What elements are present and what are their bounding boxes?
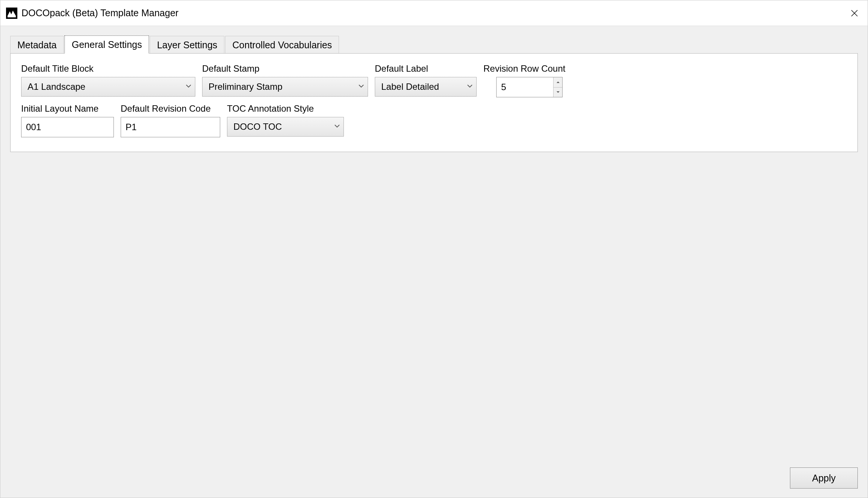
tabstrip: Metadata General Settings Layer Settings… bbox=[10, 35, 858, 53]
toc-annotation-style-dropdown[interactable]: DOCO TOC bbox=[227, 117, 344, 137]
default-revision-code-input[interactable] bbox=[121, 117, 220, 137]
chevron-down-icon bbox=[556, 91, 560, 93]
default-revision-code-label: Default Revision Code bbox=[121, 103, 220, 114]
default-title-block-label: Default Title Block bbox=[21, 63, 195, 74]
chevron-down-icon bbox=[334, 124, 340, 128]
initial-layout-name-label: Initial Layout Name bbox=[21, 103, 114, 114]
default-label-label: Default Label bbox=[375, 63, 477, 74]
revision-row-count-label: Revision Row Count bbox=[483, 63, 565, 74]
chevron-down-icon bbox=[467, 84, 472, 88]
initial-layout-name-input[interactable] bbox=[21, 117, 114, 137]
svg-rect-1 bbox=[8, 16, 16, 17]
chevron-down-icon bbox=[359, 84, 364, 88]
window-title: DOCOpack (Beta) Template Manager bbox=[21, 8, 841, 18]
content-area: Metadata General Settings Layer Settings… bbox=[0, 26, 868, 464]
dialog-window: DOCOpack (Beta) Template Manager Metadat… bbox=[0, 0, 868, 498]
default-title-block-dropdown[interactable]: A1 Landscape bbox=[21, 77, 195, 97]
app-icon bbox=[6, 7, 18, 19]
revision-row-count-input[interactable] bbox=[497, 77, 553, 97]
tab-metadata[interactable]: Metadata bbox=[10, 36, 64, 54]
footer: Apply bbox=[0, 464, 868, 498]
chevron-down-icon bbox=[186, 84, 191, 88]
spinner-down-button[interactable] bbox=[554, 88, 562, 97]
tab-controlled-vocabularies[interactable]: Controlled Vocabularies bbox=[225, 36, 339, 54]
default-label-value: Label Detailed bbox=[381, 81, 439, 92]
toc-annotation-style-label: TOC Annotation Style bbox=[227, 103, 344, 114]
titlebar: DOCOpack (Beta) Template Manager bbox=[0, 0, 868, 26]
tab-general-settings[interactable]: General Settings bbox=[64, 35, 149, 54]
default-stamp-label: Default Stamp bbox=[202, 63, 368, 74]
default-label-dropdown[interactable]: Label Detailed bbox=[375, 77, 477, 97]
spinner-up-button[interactable] bbox=[554, 77, 562, 88]
default-title-block-value: A1 Landscape bbox=[28, 81, 85, 92]
close-button[interactable] bbox=[841, 0, 868, 26]
tab-layer-settings[interactable]: Layer Settings bbox=[150, 36, 224, 54]
toc-annotation-style-value: DOCO TOC bbox=[233, 121, 282, 132]
default-stamp-dropdown[interactable]: Preliminary Stamp bbox=[202, 77, 368, 97]
close-icon bbox=[851, 10, 858, 17]
apply-button[interactable]: Apply bbox=[790, 467, 858, 489]
chevron-up-icon bbox=[556, 81, 560, 83]
tab-panel-general-settings: Default Title Block A1 Landscape Default… bbox=[10, 53, 858, 152]
default-stamp-value: Preliminary Stamp bbox=[209, 81, 282, 92]
revision-row-count-spinner[interactable] bbox=[496, 77, 563, 97]
